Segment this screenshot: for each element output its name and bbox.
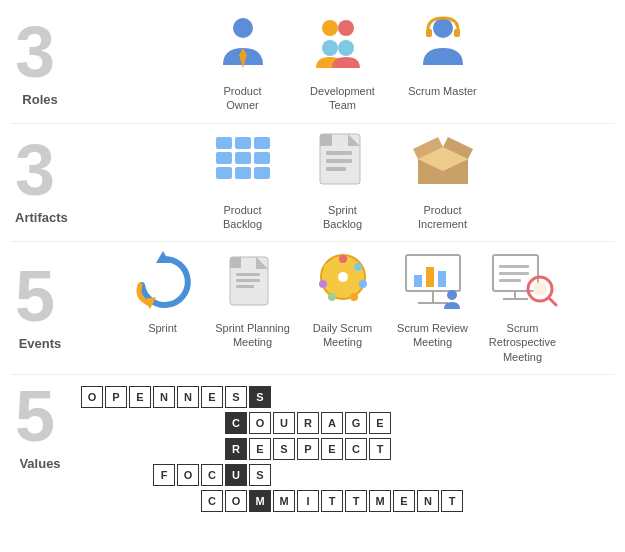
cell: E	[321, 438, 343, 460]
item-sprint-backlog: SprintBacklog	[298, 129, 388, 232]
crossword-row-focus: F O C U S	[80, 463, 464, 487]
svg-point-5	[338, 40, 354, 56]
crossword-row-openness: O P E N N E S S	[80, 385, 464, 409]
item-scrum-master: Scrum Master	[398, 10, 488, 98]
daily-scrum-label: Daily ScrumMeeting	[313, 321, 372, 350]
svg-point-44	[324, 263, 332, 271]
svg-point-6	[433, 18, 453, 38]
svg-line-60	[549, 298, 556, 305]
cell: E	[201, 386, 223, 408]
item-product-increment: ProductIncrement	[398, 129, 488, 232]
svg-point-42	[328, 293, 336, 301]
item-product-backlog: ProductBacklog	[198, 129, 288, 232]
cell-spacer	[201, 412, 223, 434]
crossword: O P E N N E S S C O U R A	[80, 385, 464, 515]
cell: T	[441, 490, 463, 512]
item-daily-scrum: Daily ScrumMeeting	[303, 247, 383, 350]
cell-spacer	[177, 438, 199, 460]
cell: S	[273, 438, 295, 460]
crossword-row-respect: R E S P E C T	[80, 437, 464, 461]
cell: T	[345, 490, 367, 512]
item-scrum-review: Scrum ReviewMeeting	[393, 247, 473, 350]
sprint-planning-icon	[218, 247, 288, 317]
cell-highlight: C	[225, 412, 247, 434]
roles-left: 3 Roles	[10, 16, 70, 107]
values-left: 5 Values	[10, 380, 70, 471]
cell: P	[297, 438, 319, 460]
cell-spacer	[129, 490, 151, 512]
cell: M	[273, 490, 295, 512]
cell-spacer	[105, 464, 127, 486]
cell-spacer	[81, 412, 103, 434]
crossword-row-commitment: C O M M I T T M E N T	[80, 489, 464, 513]
sprint-icon	[128, 247, 198, 317]
cell: G	[345, 412, 367, 434]
artifacts-items: ProductBacklog SprintBacklo	[70, 129, 615, 232]
svg-rect-21	[326, 159, 352, 163]
cell: I	[297, 490, 319, 512]
cell: R	[297, 412, 319, 434]
svg-point-61	[533, 282, 547, 296]
cell: E	[369, 412, 391, 434]
svg-point-4	[322, 40, 338, 56]
product-backlog-icon	[208, 129, 278, 199]
cell: M	[369, 490, 391, 512]
events-label: Events	[15, 336, 65, 351]
cell: U	[273, 412, 295, 434]
artifacts-label: Artifacts	[15, 210, 65, 225]
sprint-planning-label: Sprint PlanningMeeting	[215, 321, 290, 350]
cell: O	[177, 464, 199, 486]
svg-rect-56	[499, 265, 529, 268]
divider-1	[10, 123, 615, 124]
scrum-review-label: Scrum ReviewMeeting	[397, 321, 468, 350]
events-number: 5	[15, 260, 65, 332]
cell-spacer	[153, 490, 175, 512]
cell: C	[201, 490, 223, 512]
cell: N	[177, 386, 199, 408]
item-scrum-retro: Scrum RetrospectiveMeeting	[483, 247, 563, 364]
values-section: 5 Values O P E N N E S S	[0, 380, 625, 515]
cell: A	[321, 412, 343, 434]
cell-spacer	[105, 412, 127, 434]
product-increment-icon	[408, 129, 478, 199]
svg-rect-58	[499, 279, 521, 282]
svg-rect-22	[326, 167, 346, 171]
cell: S	[225, 386, 247, 408]
cell: O	[225, 490, 247, 512]
cell: O	[81, 386, 103, 408]
sprint-backlog-icon	[308, 129, 378, 199]
values-number: 5	[15, 380, 65, 452]
roles-items: ProductOwner DevelopmentTeam	[70, 10, 615, 113]
cell-highlight: U	[225, 464, 247, 486]
svg-rect-20	[326, 151, 352, 155]
svg-point-43	[319, 280, 327, 288]
roles-section: 3 Roles ProductOwner	[0, 10, 625, 113]
cell: N	[153, 386, 175, 408]
cell: T	[321, 490, 343, 512]
scrum-master-label: Scrum Master	[408, 84, 476, 98]
svg-point-38	[339, 255, 347, 263]
svg-rect-57	[499, 272, 529, 275]
cell-spacer	[153, 438, 175, 460]
cell-spacer	[81, 438, 103, 460]
cell-spacer	[81, 464, 103, 486]
cell-highlight: M	[249, 490, 271, 512]
product-backlog-label: ProductBacklog	[223, 203, 262, 232]
cell: F	[153, 464, 175, 486]
svg-point-52	[447, 290, 457, 300]
cell: N	[417, 490, 439, 512]
cell-spacer	[129, 412, 151, 434]
svg-rect-50	[426, 267, 434, 287]
values-label: Values	[15, 456, 65, 471]
divider-3	[10, 374, 615, 375]
svg-rect-9	[216, 137, 232, 149]
svg-point-2	[322, 20, 338, 36]
cell-spacer	[129, 464, 151, 486]
svg-rect-19	[320, 134, 332, 146]
events-section: 5 Events Sprint	[0, 247, 625, 364]
cell-spacer	[177, 412, 199, 434]
dev-team-icon	[308, 10, 378, 80]
svg-rect-17	[254, 167, 270, 179]
events-items: Sprint Sprint PlanningMeeting	[70, 247, 615, 364]
svg-rect-49	[414, 275, 422, 287]
